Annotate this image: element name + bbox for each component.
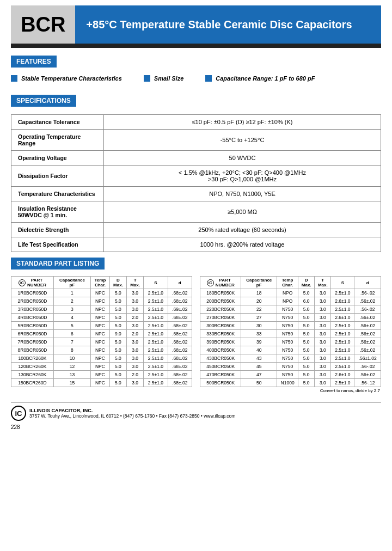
spl-right-table-wrap: iCPARTNUMBERCapacitance pFTemp Char.D Ma… [200, 276, 381, 393]
table-row: 450BCR050K45N7505.03.02.5±1.0.56-.02 [200, 363, 381, 371]
table-cell: 150BCR260D [11, 379, 54, 387]
spec-value: ≥5,000 MΩ [104, 201, 381, 223]
feature-bullet-1 [11, 75, 17, 82]
table-cell: 13 [53, 371, 90, 379]
table-cell: 2.5±1.0 [331, 305, 354, 314]
table-cell: 5.0 [298, 322, 315, 330]
table-cell: 2.5±1.0 [331, 322, 354, 330]
spec-param: Dissipation Factor [11, 166, 104, 187]
table-cell: 2.5±1.0 [144, 379, 168, 387]
spec-value: NPO, N750, N1000, Y5E [104, 187, 381, 201]
table-cell: 4R0BCR050D [11, 314, 54, 322]
spec-value: ≤10 pF: ±0.5 pF (D) ≥12 pF: ±10% (K) [104, 115, 381, 130]
table-cell: 2.5±1.0 [331, 289, 354, 297]
table-row: 8R0BCR050D8NPC5.03.02.5±1.0.68±.02 [11, 346, 192, 354]
spl-note: Convert to nanos, divide by 2.7 [200, 388, 381, 393]
ic-logo-text: iC [15, 409, 22, 418]
table-cell: .56-.12 [354, 379, 381, 387]
table-cell: 5.0 [109, 338, 126, 346]
table-cell: 5.0 [109, 371, 126, 379]
product-code: BCR [11, 5, 75, 44]
table-cell: 3.0 [127, 305, 144, 314]
page-footer: iC ILLINOIS CAPACITOR, INC. 3757 W. Touh… [11, 402, 381, 421]
table-cell: .68±.02 [168, 338, 192, 346]
table-cell: 5.0 [298, 314, 315, 322]
table-cell: 430BCR050K [200, 354, 241, 363]
table-cell: 3.0 [315, 379, 331, 387]
table-cell: .56-.02 [354, 289, 381, 297]
table-cell: 6R0BCR050D [11, 330, 54, 338]
table-cell: 2.6±1.0 [331, 314, 354, 322]
table-cell: 5 [53, 322, 90, 330]
table-cell: 1 [53, 289, 90, 297]
table-cell: .68±.02 [168, 379, 192, 387]
table-cell: N750 [277, 354, 298, 363]
feature-label-2: Capacitance Range: 1 pF to 680 pF [216, 75, 315, 82]
table-cell: NPC [90, 338, 109, 346]
table-cell: 130BCR260K [11, 371, 54, 379]
table-cell: 390BCR050K [200, 338, 241, 346]
table-cell: 220BCR050K [200, 305, 241, 314]
spl-tables-row: iCPARTNUMBERCapacitance pFTemp Char.D Ma… [11, 276, 381, 393]
table-cell: N750 [277, 371, 298, 379]
table-cell: N750 [277, 305, 298, 314]
table-cell: 3.0 [127, 338, 144, 346]
table-cell: 45 [241, 363, 277, 371]
table-cell: 8R0BCR050D [11, 346, 54, 354]
feature-label-3: Small Size [154, 75, 183, 82]
table-row: 430BCR050K43N7505.03.02.5±1.0.56±1.02 [200, 354, 381, 363]
table-cell: 12 [53, 363, 90, 371]
table-cell: 3.0 [315, 297, 331, 305]
table-cell: 2.5±1.0 [331, 354, 354, 363]
header-title-box: +85°C Temperature Stable Ceramic Disc Ca… [75, 5, 381, 44]
table-row: 2R0BCR050D2NPC5.03.02.5±1.0.68±.02 [11, 297, 192, 305]
table-cell: NPO [277, 289, 298, 297]
table-row: 400BCR050K40N7505.03.02.5±1.0.56±.02 [200, 346, 381, 354]
table-cell: NPC [90, 379, 109, 387]
table-cell: 2.5±1.0 [144, 371, 168, 379]
table-cell: 180BCR050K [200, 289, 241, 297]
spl-col-header: Capacitance pF [53, 277, 90, 289]
table-cell: 5.0 [298, 371, 315, 379]
table-row: 270BCR050K27N7505.03.02.6±1.0.56±.02 [200, 314, 381, 322]
spl-col-part: iCPARTNUMBER [200, 277, 241, 289]
spl-col-header: Temp Char. [90, 277, 109, 289]
table-cell: .56±.02 [354, 330, 381, 338]
table-cell: .56±.02 [354, 322, 381, 330]
table-row: 5R0BCR050D5NPC5.03.02.5±1.0.68±.02 [11, 322, 192, 330]
table-cell: 2.5±1.0 [144, 346, 168, 354]
table-cell: .68±.02 [168, 354, 192, 363]
table-cell: 40 [241, 346, 277, 354]
spl-section: STANDARD PART LISTING iCPARTNUMBERCapaci… [11, 258, 381, 393]
table-cell: 400BCR050K [200, 346, 241, 354]
header-divider [11, 44, 381, 48]
feature-bullet-2 [205, 75, 212, 82]
table-cell: 2.5±1.0 [144, 289, 168, 297]
table-cell: NPC [90, 322, 109, 330]
table-cell: 2.5±1.0 [331, 363, 354, 371]
table-cell: NPC [90, 297, 109, 305]
table-cell: 5.0 [298, 379, 315, 387]
table-cell: 3.0 [127, 379, 144, 387]
table-cell: 5.0 [109, 305, 126, 314]
table-cell: 8 [53, 346, 90, 354]
table-cell: 470BCR050K [200, 371, 241, 379]
table-row: 330BCR050K33N7505.03.02.5±1.0.56±.02 [200, 330, 381, 338]
table-cell: 5.0 [109, 354, 126, 363]
specs-section-header: SPECIFICATIONS [11, 95, 76, 107]
features-section-header: FEATURES [11, 56, 57, 68]
table-cell: 2.5±1.0 [144, 338, 168, 346]
table-cell: .69±.02 [168, 305, 192, 314]
table-cell: 200BCR050K [200, 297, 241, 305]
table-cell: 2 [53, 297, 90, 305]
table-cell: NPC [90, 371, 109, 379]
table-cell: 300BCR050K [200, 322, 241, 330]
feature-bullet-3 [144, 75, 150, 82]
table-cell: 3.0 [315, 363, 331, 371]
table-cell: NPC [90, 346, 109, 354]
header-title: +85°C Temperature Stable Ceramic Disc Ca… [86, 19, 352, 31]
footer-logo: iC ILLINOIS CAPACITOR, INC. 3757 W. Touh… [11, 406, 235, 421]
table-cell: .68±.02 [168, 314, 192, 322]
table-cell: NPC [90, 305, 109, 314]
table-cell: 3.0 [315, 354, 331, 363]
